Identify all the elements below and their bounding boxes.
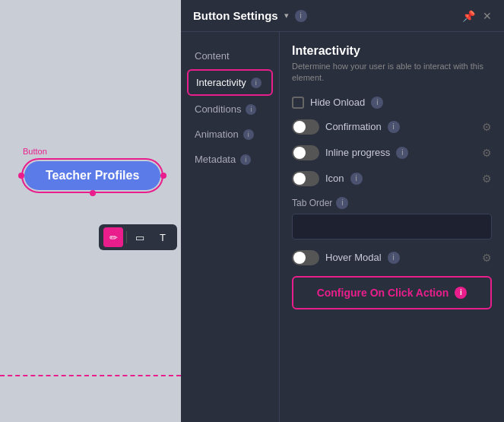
icon-toggle-knob [293, 173, 306, 185]
hover-modal-info[interactable]: i [388, 252, 400, 264]
confirmation-label: Confirmation [325, 121, 382, 132]
nav-info-metadata: i [240, 154, 251, 165]
icon-left: Icon i [292, 171, 363, 186]
hide-onload-label: Hide Onload [310, 97, 365, 108]
pin-icon[interactable]: 📌 [462, 10, 475, 22]
panel-dropdown-arrow[interactable]: ▾ [284, 11, 289, 21]
hide-onload-left: Hide Onload i [292, 97, 383, 109]
nav-label-metadata: Metadata [195, 154, 236, 165]
button-wrapper: Teacher Profiles [21, 158, 163, 193]
nav-label-conditions: Conditions [195, 103, 241, 115]
toolbar-divider [126, 231, 127, 243]
hide-onload-info[interactable]: i [371, 97, 383, 109]
hover-modal-label: Hover Modal [325, 252, 382, 263]
hover-modal-toggle-knob [293, 252, 306, 264]
inline-progress-info[interactable]: i [396, 147, 408, 159]
inline-progress-toggle[interactable] [292, 145, 319, 160]
header-icons: 📌 ✕ [462, 10, 492, 22]
side-nav: Content Interactivity i Conditions i Ani… [181, 32, 280, 422]
icon-row: Icon i ⚙ [292, 171, 492, 186]
canvas-area: Button Teacher Profiles ✏ ▭ T [0, 0, 181, 422]
icon-gear-icon[interactable]: ⚙ [482, 173, 492, 185]
tab-order-label-row: Tab Order i [292, 197, 492, 209]
icon-right: ⚙ [482, 173, 492, 185]
panel-body: Content Interactivity i Conditions i Ani… [181, 32, 504, 422]
tab-order-info[interactable]: i [336, 197, 348, 209]
element-toolbar: ✏ ▭ T [99, 224, 177, 250]
icon-info[interactable]: i [350, 173, 363, 185]
nav-info-interactivity: i [251, 78, 262, 88]
hover-modal-row: Hover Modal i ⚙ [292, 250, 492, 265]
panel-title-area: Button Settings ▾ i [193, 9, 307, 22]
inline-progress-row: Inline progress i ⚙ [292, 145, 492, 160]
nav-label-interactivity: Interactivity [196, 77, 246, 88]
icon-toggle[interactable] [292, 171, 319, 186]
panel-header: Button Settings ▾ i 📌 ✕ [181, 0, 504, 32]
section-title: Interactivity [292, 44, 492, 58]
rectangle-icon[interactable]: ▭ [130, 227, 150, 247]
hover-modal-left: Hover Modal i [292, 250, 400, 265]
nav-item-metadata[interactable]: Metadata i [187, 148, 273, 171]
confirmation-left: Confirmation i [292, 119, 400, 135]
configure-info-badge: i [455, 287, 467, 299]
text-icon[interactable]: T [153, 227, 173, 247]
tab-order-input[interactable] [292, 214, 492, 240]
nav-item-content[interactable]: Content [187, 44, 273, 68]
confirmation-toggle[interactable] [292, 119, 319, 135]
panel-info-badge[interactable]: i [295, 10, 307, 22]
inline-progress-left: Inline progress i [292, 145, 408, 160]
confirmation-row: Confirmation i ⚙ [292, 119, 492, 135]
inline-progress-toggle-knob [293, 147, 306, 159]
tab-order-label: Tab Order [292, 198, 332, 208]
icon-label: Icon [325, 173, 344, 184]
inline-progress-right: ⚙ [482, 147, 492, 159]
canvas-boundary-line [0, 375, 181, 376]
configure-onclick-button[interactable]: Configure On Click Action i [292, 276, 492, 309]
nav-item-animation[interactable]: Animation i [187, 122, 273, 146]
confirmation-gear-icon[interactable]: ⚙ [482, 121, 492, 133]
resize-handle-left[interactable] [18, 173, 24, 179]
nav-info-conditions: i [246, 104, 256, 115]
resize-handle-bottom[interactable] [90, 190, 96, 196]
section-desc: Determine how your user is able to inter… [292, 61, 492, 84]
hide-onload-row: Hide Onload i [292, 97, 492, 109]
teacher-profiles-button[interactable]: Teacher Profiles [24, 161, 160, 190]
inline-progress-label: Inline progress [325, 147, 390, 158]
confirmation-info[interactable]: i [388, 121, 400, 133]
confirmation-right: ⚙ [482, 121, 492, 133]
hover-modal-gear-icon[interactable]: ⚙ [482, 252, 492, 264]
settings-panel: Button Settings ▾ i 📌 ✕ Content Interact… [181, 0, 504, 422]
brush-icon[interactable]: ✏ [103, 227, 123, 247]
resize-handle-right[interactable] [160, 173, 166, 179]
hide-onload-checkbox[interactable] [292, 97, 304, 109]
nav-label-animation: Animation [195, 129, 239, 140]
interactivity-content: Interactivity Determine how your user is… [280, 32, 504, 422]
nav-item-interactivity[interactable]: Interactivity i [187, 69, 273, 96]
inline-progress-gear-icon[interactable]: ⚙ [482, 147, 492, 159]
close-icon[interactable]: ✕ [483, 10, 492, 22]
hover-modal-right: ⚙ [482, 252, 492, 264]
nav-label-content: Content [195, 50, 230, 62]
nav-item-conditions[interactable]: Conditions i [187, 97, 273, 121]
configure-btn-label: Configure On Click Action [317, 287, 449, 299]
button-type-label: Button [23, 147, 47, 156]
confirmation-toggle-knob [293, 121, 306, 133]
nav-info-animation: i [243, 129, 254, 140]
hover-modal-toggle[interactable] [292, 250, 319, 265]
panel-title: Button Settings [193, 9, 278, 22]
